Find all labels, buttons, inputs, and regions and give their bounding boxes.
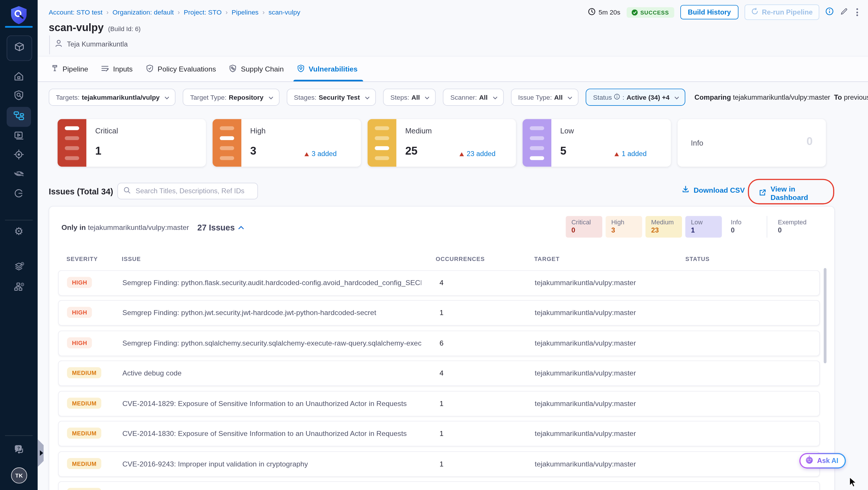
tab-supply-chain[interactable]: Supply Chain xyxy=(228,56,285,81)
chip-high[interactable]: High3 xyxy=(606,216,642,238)
occurrences-value: 1 xyxy=(439,460,443,468)
filter-steps[interactable]: Steps:All xyxy=(383,89,436,106)
download-icon xyxy=(682,185,690,195)
sidebar-item-exemptions[interactable] xyxy=(0,165,38,184)
info-circle-icon xyxy=(614,93,620,101)
sidebar-item-home[interactable] xyxy=(0,68,38,87)
breadcrumb-project[interactable]: Project: STO xyxy=(184,8,221,16)
breadcrumb-pipelines[interactable]: Pipelines xyxy=(231,8,258,16)
edit-pencil-icon[interactable] xyxy=(840,7,848,18)
pipeline-icon xyxy=(13,110,25,124)
filter-target-type[interactable]: Target Type:Repository xyxy=(183,89,280,106)
filter-issue-type[interactable]: Issue Type:All xyxy=(511,89,579,106)
card-label: High xyxy=(250,127,266,135)
card-label: Medium xyxy=(405,127,432,135)
tab-pipeline[interactable]: Pipeline xyxy=(50,56,90,81)
build-history-button[interactable]: Build History xyxy=(680,5,739,20)
info-card[interactable]: Info 0 xyxy=(677,119,826,167)
tab-inputs[interactable]: Inputs xyxy=(100,56,134,81)
issue-title: Active debug code xyxy=(122,369,182,377)
module-switcher[interactable] xyxy=(7,35,32,61)
issue-row[interactable]: MEDIUM CVE-2016-9243: Improper input val… xyxy=(58,451,820,477)
issue-row[interactable]: MEDIUM CVE-2014-1829: Exposure of Sensit… xyxy=(58,391,820,417)
breadcrumb-current-pipeline[interactable]: scan-vulpy xyxy=(269,8,300,16)
sidebar-item-test-targets[interactable] xyxy=(0,146,38,165)
severity-badge: MEDIUM xyxy=(67,398,102,409)
ask-ai-button[interactable]: Ask AI xyxy=(800,453,846,468)
tab-vulnerabilities[interactable]: Vulnerabilities xyxy=(296,56,359,81)
tab-policy-evaluations[interactable]: Policy Evaluations xyxy=(144,56,217,81)
issue-row[interactable]: MEDIUM Active debug code 4 tejakummariku… xyxy=(58,361,820,386)
column-header-issue: ISSUE xyxy=(122,255,141,262)
occurrences-value: 1 xyxy=(439,429,443,438)
group-header[interactable]: Only in tejakummarikuntla/vulpy:master 2… xyxy=(62,222,244,232)
sidebar-item-getting-started[interactable] xyxy=(0,185,38,204)
sidebar-item-executions[interactable] xyxy=(0,127,38,146)
more-options-menu[interactable] xyxy=(854,7,860,17)
severity-meter-icon xyxy=(523,119,551,167)
card-label: Info xyxy=(691,139,703,147)
breadcrumb-organization[interactable]: Organization: default xyxy=(113,8,174,16)
info-icon[interactable] xyxy=(825,7,834,18)
occurrences-value: 1 xyxy=(439,399,443,408)
chip-medium[interactable]: Medium23 xyxy=(646,216,682,238)
issues-total-title: Issues (Total 34) xyxy=(49,187,113,196)
chevron-down-icon xyxy=(425,93,430,101)
target-value: tejakummarikuntla/vulpy:master xyxy=(535,399,636,408)
chip-exempted[interactable]: Exempted0 xyxy=(772,216,812,238)
sidebar-item-pipelines[interactable] xyxy=(7,107,31,127)
target-value: tejakummarikuntla/vulpy:master xyxy=(535,339,636,347)
rerun-pipeline-button[interactable]: Re-run Pipeline xyxy=(745,4,819,20)
chip-critical[interactable]: Critical0 xyxy=(566,216,602,238)
issues-toolbar: Issues (Total 34) Download CSV xyxy=(49,183,832,200)
filter-targets[interactable]: Targets:tejakummarikuntla/vulpy xyxy=(49,89,176,106)
chevron-down-icon xyxy=(493,93,498,101)
expand-arrow-icon xyxy=(39,450,43,456)
logo-accent-bar xyxy=(5,26,33,28)
severity-badge: MEDIUM xyxy=(67,488,102,490)
download-csv-button[interactable]: Download CSV xyxy=(682,185,745,195)
sidebar-item-org-settings[interactable]: ⚙ xyxy=(0,278,38,297)
sidebar-item-overview[interactable] xyxy=(0,87,38,106)
chip-divider xyxy=(767,216,768,238)
issue-row[interactable]: HIGH Semgrep Finding: python.jwt.securit… xyxy=(58,300,820,326)
issues-search[interactable] xyxy=(117,183,258,200)
table-scrollbar[interactable] xyxy=(824,268,827,363)
sidebar-item-default-settings[interactable]: ⚙ xyxy=(0,258,38,277)
issue-row[interactable]: HIGH Semgrep Finding: python.flask.secur… xyxy=(58,270,820,296)
breadcrumb-separator: › xyxy=(262,8,265,16)
chevron-up-icon[interactable] xyxy=(238,222,244,232)
card-delta: 3 added xyxy=(304,150,337,158)
occurrences-value: 4 xyxy=(439,369,443,377)
app-screen: ⚙ ⚙ ⚙ xyxy=(0,0,868,490)
clock-icon xyxy=(588,7,596,17)
severity-meter-icon xyxy=(58,119,86,167)
filter-scanner[interactable]: Scanner:All xyxy=(443,89,503,106)
severity-summary-cards: Critical 1 High 3 3 added Medium 25 23 a… xyxy=(58,119,826,167)
low-card[interactable]: Low 5 1 added xyxy=(523,119,671,167)
issue-row[interactable]: HIGH Semgrep Finding: python.sqlalchemy.… xyxy=(58,331,820,356)
high-card[interactable]: High 3 3 added xyxy=(213,119,361,167)
user-avatar[interactable]: TK xyxy=(11,467,27,483)
chip-low[interactable]: Low1 xyxy=(686,216,722,238)
filter-status[interactable]: Status : Active (34) +4 xyxy=(586,89,686,106)
filter-stages[interactable]: Stages:Security Test xyxy=(287,89,376,106)
issue-row-partial[interactable]: MEDIUM xyxy=(58,481,820,490)
chevron-down-icon xyxy=(675,93,679,101)
target-value: tejakummarikuntla/vulpy:master xyxy=(535,279,636,287)
breadcrumb-account[interactable]: Account: STO test xyxy=(49,8,102,16)
card-count: 0 xyxy=(806,135,812,148)
issue-row[interactable]: MEDIUM CVE-2014-1830: Exposure of Sensit… xyxy=(58,421,820,447)
layers-gear-icon: ⚙ xyxy=(13,261,25,275)
critical-card[interactable]: Critical 1 xyxy=(58,119,206,167)
chip-info[interactable]: Info0 xyxy=(725,216,762,238)
medium-card[interactable]: Medium 25 23 added xyxy=(368,119,516,167)
severity-meter-icon xyxy=(213,119,241,167)
search-input[interactable] xyxy=(134,187,252,195)
sto-logo[interactable] xyxy=(10,5,28,24)
sidebar-item-project-settings[interactable]: ⚙ xyxy=(0,221,38,240)
inputs-tab-icon xyxy=(101,64,109,74)
breadcrumb-separator: › xyxy=(225,8,228,16)
card-label: Low xyxy=(560,127,574,135)
sidebar-item-help[interactable]: ? xyxy=(0,441,38,460)
